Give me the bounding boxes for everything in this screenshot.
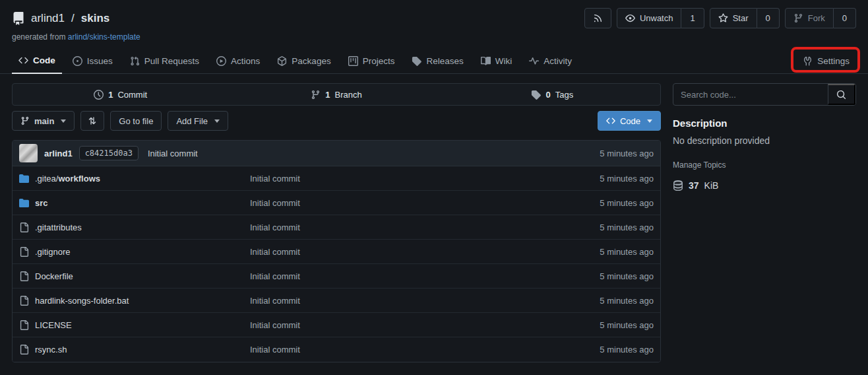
file-name-link[interactable]: .gitattributes: [19, 222, 250, 232]
chevron-down-icon: [61, 119, 66, 123]
file-icon: [19, 345, 29, 355]
rss-button[interactable]: [584, 8, 611, 28]
tab-releases[interactable]: Releases: [405, 50, 470, 73]
repo-sidebar: Description No description provided Mana…: [673, 83, 856, 362]
file-icon: [19, 296, 29, 306]
commit-message-link[interactable]: Initial commit: [148, 149, 198, 158]
repo-title: arlind1 / skins: [12, 12, 109, 25]
tab-projects[interactable]: Projects: [342, 50, 402, 73]
file-commit-message[interactable]: Initial commit: [250, 222, 600, 232]
star-label: Star: [733, 13, 749, 23]
watch-button-group: Unwatch 1: [617, 8, 704, 28]
file-commit-time: 5 minutes ago: [600, 320, 654, 330]
file-commit-message[interactable]: Initial commit: [250, 296, 600, 306]
code-icon: [18, 55, 28, 65]
eye-icon: [625, 13, 635, 23]
template-repo-link[interactable]: arlind/skins-template: [68, 32, 140, 42]
commit-time: 5 minutes ago: [600, 149, 654, 158]
tab-packages[interactable]: Packages: [270, 50, 337, 73]
file-name-link[interactable]: LICENSE: [19, 320, 250, 330]
add-file-button[interactable]: Add File: [168, 111, 228, 131]
stars-count[interactable]: 0: [757, 8, 780, 28]
file-table: arlind1 c84215d0a3 Initial commit 5 minu…: [12, 140, 661, 362]
search-button[interactable]: [828, 84, 855, 105]
tab-actions-label: Actions: [231, 56, 260, 66]
file-commit-message[interactable]: Initial commit: [250, 271, 600, 281]
tab-packages-label: Packages: [292, 56, 330, 66]
manage-topics-link[interactable]: Manage Topics: [673, 160, 856, 170]
file-commit-message[interactable]: Initial commit: [250, 174, 600, 184]
repo-owner-link[interactable]: arlind1: [31, 12, 65, 25]
commits-link[interactable]: 1 Commit: [13, 84, 228, 105]
repo-title-separator: /: [71, 12, 75, 25]
tab-activity[interactable]: Activity: [522, 50, 578, 73]
dir-name: workflows: [58, 174, 100, 184]
code-icon: [606, 116, 615, 125]
search-input[interactable]: [673, 84, 828, 105]
compare-icon: [88, 116, 97, 125]
file-name-link[interactable]: .gitea/workflows: [19, 174, 250, 184]
file-commit-message[interactable]: Initial commit: [250, 345, 600, 355]
table-row: src Initial commit 5 minutes ago: [13, 191, 660, 215]
package-icon: [277, 56, 287, 66]
tab-code[interactable]: Code: [12, 50, 62, 74]
generated-from-label: generated from: [12, 32, 65, 42]
file-commit-message[interactable]: Initial commit: [250, 247, 600, 257]
tab-releases-label: Releases: [426, 56, 463, 66]
commit-count-label: Commit: [117, 90, 147, 100]
tab-issues-label: Issues: [87, 56, 113, 66]
unwatch-button[interactable]: Unwatch: [617, 8, 682, 28]
avatar[interactable]: [19, 144, 38, 162]
file-commit-time: 5 minutes ago: [600, 345, 654, 355]
file-name-link[interactable]: rsync.sh: [19, 345, 250, 355]
chevron-down-icon: [214, 119, 220, 123]
tab-actions[interactable]: Actions: [210, 50, 266, 73]
description-text: No description provided: [673, 135, 856, 146]
tab-wiki[interactable]: Wiki: [474, 50, 519, 73]
forks-count[interactable]: 0: [834, 8, 856, 28]
file-name-link[interactable]: hardlink-songs-folder.bat: [19, 296, 250, 306]
file-commit-message[interactable]: Initial commit: [250, 320, 600, 330]
table-row: LICENSE Initial commit 5 minutes ago: [13, 313, 660, 337]
go-to-file-button[interactable]: Go to file: [110, 111, 162, 131]
search-icon: [836, 90, 846, 100]
file-name-link[interactable]: src: [19, 198, 250, 208]
fork-icon: [793, 13, 803, 23]
file-name: LICENSE: [35, 320, 72, 330]
chevron-down-icon: [647, 119, 652, 123]
commit-author-link[interactable]: arlind1: [44, 149, 73, 158]
branches-link[interactable]: 1 Branch: [228, 84, 444, 105]
file-name: rsync.sh: [35, 345, 67, 355]
database-icon: [673, 180, 683, 191]
pulse-icon: [529, 56, 539, 66]
file-name-link[interactable]: Dockerfile: [19, 271, 250, 281]
repo-size-value: 37: [689, 180, 699, 191]
watchers-count[interactable]: 1: [681, 8, 704, 28]
code-download-button[interactable]: Code: [598, 111, 661, 131]
tab-settings[interactable]: Settings: [796, 50, 856, 73]
file-commit-message[interactable]: Initial commit: [250, 198, 600, 208]
table-row: .gitignore Initial commit 5 minutes ago: [13, 240, 660, 264]
file-commit-time: 5 minutes ago: [600, 247, 654, 257]
folder-icon: [19, 174, 29, 184]
repo-name-link[interactable]: skins: [81, 12, 109, 25]
star-button[interactable]: Star: [710, 8, 757, 28]
file-name: .gitignore: [35, 247, 70, 257]
tab-issues[interactable]: Issues: [66, 50, 119, 73]
repo-header: arlind1 / skins Unwatch 1 Star: [0, 0, 868, 28]
file-name: hardlink-songs-folder.bat: [35, 296, 129, 306]
commit-hash-link[interactable]: c84215d0a3: [79, 146, 139, 160]
file-name-link[interactable]: .gitignore: [19, 247, 250, 257]
branch-selector[interactable]: main: [12, 111, 75, 131]
fork-button[interactable]: Fork: [785, 8, 834, 28]
dir-name: src: [35, 198, 48, 208]
repo-size-row: 37 KiB: [673, 180, 856, 191]
tags-link[interactable]: 0 Tags: [445, 84, 660, 105]
branch-icon: [311, 90, 321, 100]
file-icon: [19, 271, 29, 281]
compare-button[interactable]: [80, 111, 104, 131]
tab-wiki-label: Wiki: [495, 56, 512, 66]
file-commit-time: 5 minutes ago: [600, 296, 654, 306]
unwatch-label: Unwatch: [640, 13, 673, 23]
tab-pull-requests[interactable]: Pull Requests: [123, 50, 206, 73]
